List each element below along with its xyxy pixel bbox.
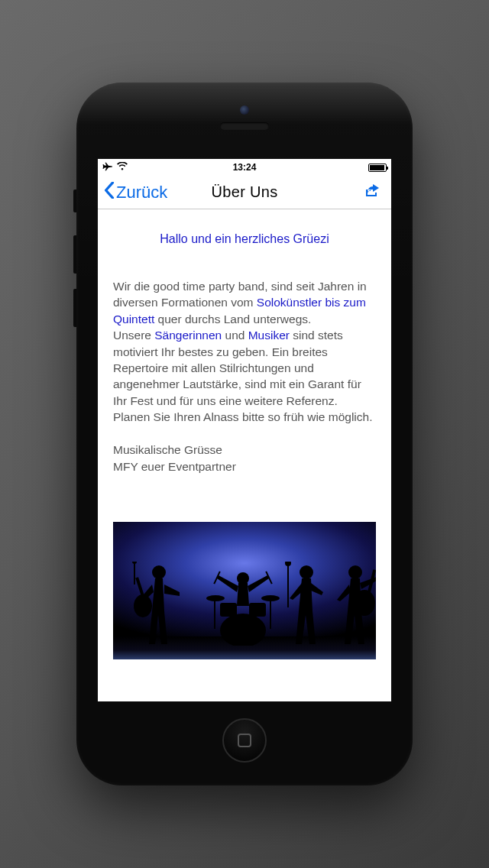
svg-rect-10	[249, 603, 266, 617]
band-silhouette-image	[113, 522, 376, 659]
back-button[interactable]: Zurück	[104, 182, 167, 203]
page-title: Über Uns	[212, 183, 278, 201]
share-button[interactable]	[364, 183, 385, 201]
svg-point-17	[285, 562, 291, 566]
chevron-left-icon	[104, 182, 115, 203]
svg-point-0	[152, 565, 166, 579]
home-button[interactable]	[222, 718, 267, 763]
link-singers[interactable]: Sängerinnen	[154, 329, 222, 342]
svg-point-18	[348, 565, 362, 579]
drummer-silhouette	[205, 569, 281, 646]
svg-point-4	[132, 562, 137, 564]
singer-silhouette	[285, 562, 327, 646]
wifi-icon	[117, 162, 128, 173]
svg-rect-14	[270, 598, 271, 629]
svg-rect-3	[134, 562, 135, 585]
guitarist-silhouette	[132, 562, 186, 646]
text: und	[222, 329, 248, 342]
signature-line-1: Musikalische Grüsse	[113, 442, 376, 458]
svg-rect-9	[220, 603, 237, 617]
body-paragraph-3: Planen Sie Ihren Alnass bitte so früh wi…	[113, 409, 376, 425]
screen: 13:24 Zurück Über Uns Hallo und ein herz…	[98, 159, 391, 701]
text: Unsere	[113, 329, 154, 342]
svg-point-15	[300, 565, 313, 579]
body-paragraph-1: Wir die good time party band, sind seit …	[113, 278, 376, 327]
bassist-silhouette	[331, 562, 376, 646]
airplane-icon	[102, 162, 113, 173]
mute-switch	[73, 189, 76, 212]
earpiece-speaker	[220, 122, 269, 130]
text: quer durchs Land unterwegs.	[154, 313, 311, 326]
svg-rect-12	[214, 598, 215, 629]
battery-icon	[368, 164, 387, 172]
content-area[interactable]: Hallo und ein herzliches Grüezi Wir die …	[98, 209, 391, 701]
front-camera	[240, 105, 249, 115]
share-icon	[364, 183, 382, 199]
body-paragraph-2: Unsere Sängerinnen und Musiker sind stet…	[113, 327, 376, 409]
svg-point-5	[237, 572, 249, 585]
svg-point-8	[220, 614, 266, 646]
status-time: 13:24	[233, 162, 257, 173]
svg-rect-16	[287, 562, 289, 607]
greeting-heading: Hallo und ein herzliches Grüezi	[113, 231, 376, 248]
svg-point-19	[354, 590, 375, 616]
phone-frame: 13:24 Zurück Über Uns Hallo und ein herz…	[76, 83, 413, 785]
status-bar: 13:24	[98, 159, 391, 176]
volume-up	[73, 235, 76, 274]
volume-down	[73, 289, 76, 327]
signature: Musikalische Grüsse MFY euer Eventpartne…	[113, 442, 376, 474]
back-label: Zurück	[116, 183, 167, 202]
nav-bar: Zurück Über Uns	[98, 176, 391, 209]
signature-line-2: MFY euer Eventpartner	[113, 458, 376, 474]
link-musicians[interactable]: Musiker	[248, 329, 290, 342]
